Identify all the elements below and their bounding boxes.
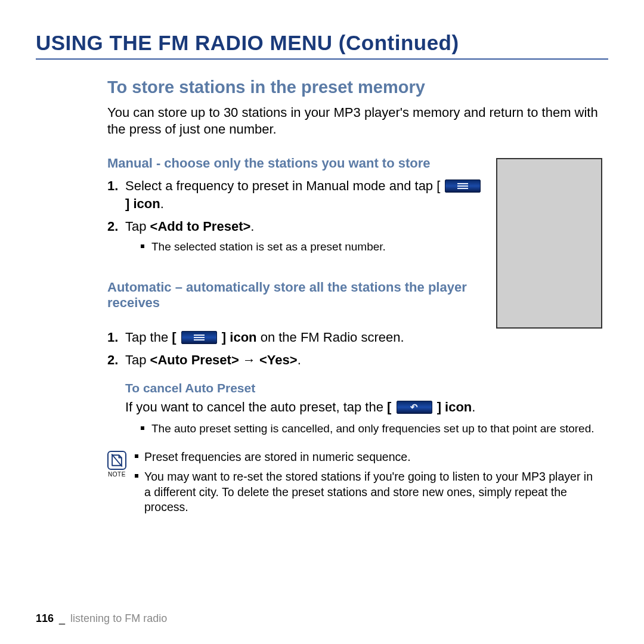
footer-section: listening to FM radio (70, 612, 167, 624)
auto-heading: Automatic – automatically store all the … (107, 280, 483, 311)
back-icon: ↶ (397, 401, 432, 414)
section-intro: You can store up to 30 stations in your … (107, 104, 602, 138)
note-list: Preset frequencies are stored in numeric… (135, 450, 602, 519)
cancel-heading: To cancel Auto Preset (107, 381, 602, 395)
text: Tap (125, 219, 150, 234)
cancel-line: If you want to cancel the auto preset, t… (107, 399, 602, 416)
text: . (298, 352, 301, 367)
text: [ (172, 330, 176, 345)
page-footer: 116 _ listening to FM radio (36, 612, 167, 625)
text: <Auto Preset> → <Yes> (150, 352, 298, 367)
note-icon (107, 451, 126, 470)
text: on the FM Radio screen. (257, 330, 404, 345)
text: . (160, 196, 164, 211)
manual-sublist: The selected station is set as a preset … (125, 240, 483, 255)
menu-icon (445, 179, 481, 193)
text: . (250, 219, 254, 234)
auto-step-2: Tap <Auto Preset> → <Yes>. (107, 351, 602, 369)
text: . (472, 400, 475, 414)
device-screenshot-placeholder (496, 158, 602, 329)
text: ] icon (437, 400, 472, 414)
note-item: Preset frequencies are stored in numeric… (135, 450, 602, 465)
page-title: USING THE FM RADIO MENU (Continued) (36, 31, 608, 60)
cancel-sublist: The auto preset setting is cancelled, an… (107, 422, 602, 436)
manual-step-1: Select a frequency to preset in Manual m… (107, 177, 483, 212)
menu-icon (181, 331, 217, 344)
manual-steps: Select a frequency to preset in Manual m… (107, 177, 483, 255)
footer-separator: _ (59, 612, 65, 624)
note-block: NOTE Preset frequencies are stored in nu… (107, 450, 602, 519)
note-icon-wrap: NOTE (107, 451, 126, 478)
text: Tap (125, 352, 150, 367)
auto-steps: Tap the [ ] icon on the FM Radio screen.… (107, 329, 602, 369)
section-heading: To store stations in the preset memory (107, 78, 602, 97)
note-label: NOTE (108, 471, 126, 478)
manual-bullet: The selected station is set as a preset … (141, 240, 483, 255)
manual-step-2: Tap <Add to Preset>. The selected statio… (107, 218, 483, 255)
manual-heading: Manual - choose only the stations you wa… (107, 156, 483, 171)
text: <Add to Preset> (150, 219, 251, 234)
page-number: 116 (36, 612, 54, 624)
text: ] icon (222, 330, 257, 345)
text: Select a frequency to preset in Manual m… (125, 178, 440, 193)
cancel-bullet: The auto preset setting is cancelled, an… (141, 422, 602, 436)
auto-step-1: Tap the [ ] icon on the FM Radio screen. (107, 329, 602, 346)
note-item: You may want to re-set the stored statio… (135, 469, 602, 515)
text: Tap the (125, 330, 172, 345)
content-area: To store stations in the preset memory Y… (36, 78, 608, 519)
text: ] icon (125, 196, 160, 211)
text: [ (387, 400, 391, 414)
text: If you want to cancel the auto preset, t… (125, 400, 387, 414)
